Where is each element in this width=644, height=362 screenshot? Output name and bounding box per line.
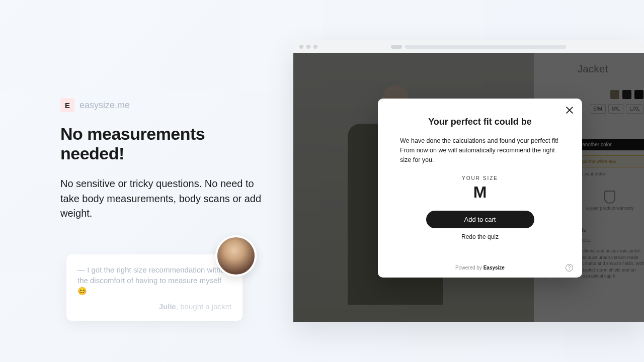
your-size-label: YOUR SIZE xyxy=(398,175,562,181)
page-body-text: No sensitive or tricky questions. No nee… xyxy=(60,176,272,221)
add-to-cart-button[interactable]: Add to cart xyxy=(426,211,534,228)
browser-titlebar xyxy=(293,40,644,53)
testimonial-name: Julie xyxy=(159,302,176,311)
recommended-size: M xyxy=(398,183,562,202)
page-heading: No measurements needed! xyxy=(60,124,272,163)
modal-footer: Powered by Easysize xyxy=(378,265,582,270)
brand-badge: E xyxy=(60,98,74,112)
url-segment-icon xyxy=(405,45,566,49)
testimonial-card: — I got the right size recommendation wi… xyxy=(66,254,243,321)
testimonial-attribution: Julie, bought a jacket xyxy=(77,302,231,311)
fit-modal: Your perfect fit could be We have done t… xyxy=(378,99,582,278)
url-segment-icon xyxy=(391,45,402,49)
window-dot-icon xyxy=(313,45,317,49)
modal-title: Your perfect fit could be xyxy=(398,117,562,127)
avatar xyxy=(215,235,257,277)
powered-by-prefix: Powered by xyxy=(455,265,484,270)
powered-by-brand: Easysize xyxy=(484,265,505,270)
modal-body-text: We have done the calculations and found … xyxy=(398,136,562,164)
help-icon[interactable]: ? xyxy=(566,264,573,272)
close-icon[interactable] xyxy=(565,106,574,115)
testimonial-quote: — I got the right size recommendation wi… xyxy=(77,264,231,296)
product-page: Jacket S/M M/L L/XL Try another color ✉ … xyxy=(293,53,644,322)
testimonial-suffix: , bought a jacket xyxy=(176,302,231,311)
brand-row: E easysize.me xyxy=(60,98,272,112)
brand-text: easysize.me xyxy=(79,100,130,111)
browser-frame: Jacket S/M M/L L/XL Try another color ✉ … xyxy=(293,40,644,322)
redo-quiz-link[interactable]: Redo the quiz xyxy=(398,233,562,240)
window-dot-icon xyxy=(299,45,303,49)
window-dot-icon xyxy=(306,45,310,49)
